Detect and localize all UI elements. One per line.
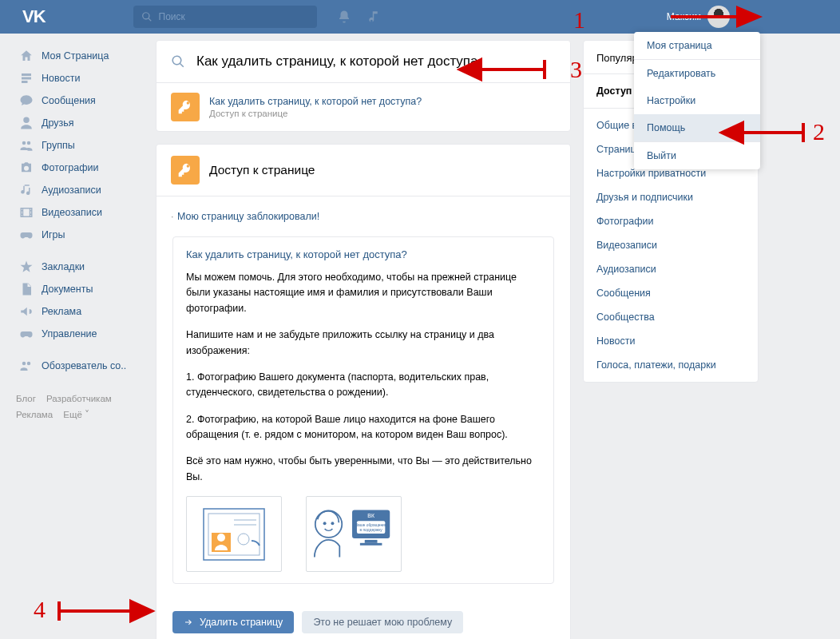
section-header: Доступ к странице	[157, 145, 570, 196]
nav-groups[interactable]: Группы	[16, 134, 144, 157]
svg-text:в поддержку: в поддержку	[359, 528, 382, 532]
cat-friends[interactable]: Друзья и подписчики	[584, 185, 758, 209]
cat-communities[interactable]: Сообщества	[584, 305, 758, 329]
dd-edit[interactable]: Редактировать	[634, 60, 760, 87]
cat-votes[interactable]: Голоса, платежи, подарки	[584, 353, 758, 377]
dd-my-page[interactable]: Моя страница	[634, 32, 760, 59]
nav-my-page[interactable]: Моя Страница	[16, 45, 144, 67]
result-subtitle: Доступ к странице	[209, 109, 422, 118]
nav-audio[interactable]: Аудиозаписи	[16, 179, 144, 201]
avatar	[707, 6, 730, 28]
vk-logo[interactable]: VK	[22, 6, 46, 27]
username: Максим	[667, 11, 701, 22]
footer-more[interactable]: Ещё ˅	[63, 410, 89, 419]
footer-dev[interactable]: Разработчикам	[46, 394, 112, 403]
dd-help[interactable]: Помощь	[634, 114, 760, 141]
nav-ads[interactable]: Реклама	[16, 300, 144, 323]
key-icon	[171, 93, 200, 121]
svg-point-3	[217, 534, 225, 542]
nav-photos[interactable]: Фотографии	[16, 157, 144, 179]
svg-point-16	[331, 522, 334, 525]
nav-manage[interactable]: Управление	[16, 323, 144, 345]
user-dropdown: Моя страница Редактировать Настройки Пом…	[634, 32, 760, 169]
cat-photos[interactable]: Фотографии	[584, 209, 758, 233]
nav-bookmarks[interactable]: Закладки	[16, 256, 144, 278]
nav-friends[interactable]: Друзья	[16, 112, 144, 134]
not-solved-button[interactable]: Это не решает мою проблему	[302, 611, 463, 633]
delete-page-button[interactable]: Удалить страницу	[172, 611, 294, 633]
selfie-monitor-image: ВК Ваше обращение в поддержку	[306, 496, 402, 572]
nav-games[interactable]: Игры	[16, 224, 144, 246]
svg-text:ВК: ВК	[367, 513, 374, 518]
left-footer: Блог Разработчикам Реклама Ещё ˅	[16, 391, 144, 423]
link-blocked[interactable]: Мою страницу заблокировали!	[177, 211, 554, 222]
footer-ads[interactable]: Реклама	[16, 410, 53, 419]
cat-video[interactable]: Видеозаписи	[584, 233, 758, 257]
arrow-right-icon	[184, 617, 193, 627]
nav-docs[interactable]: Документы	[16, 278, 144, 300]
qa-p1: Мы можем помочь. Для этого необходимо, ч…	[186, 270, 541, 316]
section-title: Доступ к странице	[209, 163, 315, 177]
svg-rect-9	[360, 543, 382, 546]
help-search[interactable]: Как удалить страницу, к которой нет дост…	[157, 41, 570, 82]
center-col: Как удалить страницу, к которой нет дост…	[156, 40, 571, 639]
nav-news[interactable]: Новости	[16, 67, 144, 89]
cat-news[interactable]: Новости	[584, 329, 758, 353]
qa-p5: Всё это нам нужно, чтобы быть уверенными…	[186, 454, 541, 485]
help-search-query: Как удалить страницу, к которой нет дост…	[196, 54, 478, 69]
user-menu-toggle[interactable]: Максим	[667, 6, 744, 28]
search-icon	[171, 54, 185, 69]
qa-p4: 2. Фотографию, на которой Ваше лицо нахо…	[186, 412, 541, 443]
key-icon	[171, 156, 200, 185]
nav-messages[interactable]: Сообщения	[16, 89, 144, 112]
cat-messages[interactable]: Сообщения	[584, 281, 758, 305]
qa-text: Мы можем помочь. Для этого необходимо, ч…	[186, 270, 541, 485]
nav-community-obs[interactable]: Обозреватель со..	[16, 355, 144, 377]
music-icon[interactable]	[367, 10, 382, 24]
left-nav: Моя Страница Новости Сообщения Друзья Гр…	[16, 40, 144, 639]
search-input[interactable]	[159, 11, 303, 22]
qa-images: ВК Ваше обращение в поддержку	[186, 496, 541, 572]
search-icon	[141, 11, 153, 22]
qa-p3: 1. Фотографию Вашего документа (паспорта…	[186, 370, 541, 401]
topbar: VK Максим	[0, 0, 840, 34]
svg-text:Ваше обращение: Ваше обращение	[355, 523, 387, 527]
actions: Удалить страницу Это не решает мою пробл…	[157, 598, 570, 639]
chevron-down-icon	[736, 13, 744, 21]
qa-title: Как удалить страницу, к которой нет дост…	[186, 248, 541, 260]
nav-video[interactable]: Видеозаписи	[16, 201, 144, 224]
dd-logout[interactable]: Выйти	[634, 142, 760, 169]
search-result[interactable]: Как удалить страницу, к которой нет дост…	[157, 82, 570, 131]
help-search-card: Как удалить страницу, к которой нет дост…	[156, 40, 571, 132]
passport-image	[186, 496, 282, 572]
cat-audio[interactable]: Аудиозаписи	[584, 257, 758, 281]
search-bar[interactable]	[133, 6, 317, 28]
dd-settings[interactable]: Настройки	[634, 87, 760, 114]
section-body: Мою страницу заблокировали! Как удалить …	[157, 196, 570, 598]
result-title: Как удалить страницу, к которой нет дост…	[209, 96, 422, 107]
svg-rect-8	[365, 540, 378, 543]
help-article-card: Доступ к странице Мою страницу заблокиро…	[156, 144, 571, 639]
qa-p2: Напишите нам и не забудьте приложить ссы…	[186, 327, 541, 359]
result-titles: Как удалить страницу, к которой нет дост…	[209, 96, 422, 118]
topbar-icons	[337, 10, 382, 24]
qa-box: Как удалить страницу, к которой нет дост…	[172, 236, 554, 584]
svg-point-15	[323, 522, 327, 525]
footer-blog[interactable]: Блог	[16, 394, 36, 403]
bell-icon[interactable]	[337, 10, 351, 24]
